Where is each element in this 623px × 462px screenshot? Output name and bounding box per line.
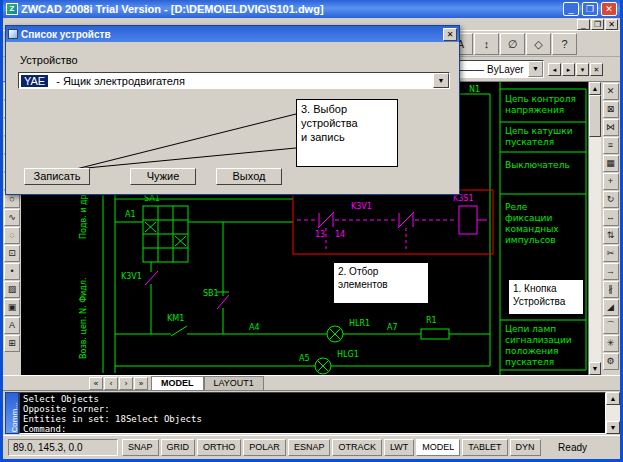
coordinates-readout: 89.0, 145.3, 0.0	[8, 439, 118, 456]
chevron-down-icon[interactable]: ▼	[433, 73, 449, 88]
layout-nav-icon[interactable]: «	[89, 377, 103, 390]
dyn-toggle[interactable]: DYN	[510, 439, 541, 456]
ortho-toggle[interactable]: ORTHO	[197, 439, 241, 456]
layout-nav-icon[interactable]: »	[134, 377, 148, 390]
others-button[interactable]: Чужие	[130, 168, 196, 185]
command-line: Entities in set: 18Select Objects	[23, 414, 602, 424]
extend-icon[interactable]: →	[603, 263, 619, 280]
polar-toggle[interactable]: POLAR	[243, 439, 286, 456]
maximize-button[interactable]: ❐	[582, 2, 598, 16]
chevron-right-icon[interactable]: ▸	[562, 63, 575, 76]
relay-symbols	[145, 206, 487, 309]
offset-icon[interactable]: ≡	[603, 137, 619, 154]
circuit-label-lamps: Цепи ламп сигнализации положения пускате…	[505, 324, 585, 368]
layout-nav-icon[interactable]: ‹	[104, 377, 118, 390]
point-icon[interactable]: •	[4, 263, 20, 280]
circuit-label-switch: Выключатель	[505, 160, 585, 171]
device-label: Устройство	[20, 54, 78, 66]
command-line: Command:	[23, 424, 602, 434]
chamfer-icon[interactable]: ◢	[603, 299, 619, 316]
layout-tabbar: «‹›» MODEL LAYOUT1	[3, 375, 620, 390]
wire-label-n1: N1	[469, 85, 480, 94]
command-input-area[interactable]: Select ObjectsOpposite corner:Entities i…	[19, 392, 606, 434]
linetype-combo-value: ByLayer	[487, 64, 525, 75]
command-line: Opposite corner:	[23, 404, 602, 414]
model-toggle[interactable]: MODEL	[416, 439, 460, 456]
doc-restore-button[interactable]: ❐	[591, 19, 604, 30]
esnap-toggle[interactable]: ESNAP	[288, 439, 331, 456]
window-title: ZWCAD 2008i Trial Version - [D:\DEMO\ELD…	[21, 3, 560, 15]
spline-icon[interactable]: ∿	[4, 209, 20, 226]
erase-icon[interactable]: ✕	[603, 83, 619, 100]
chevron-down-icon[interactable]: ▼	[528, 61, 543, 77]
hatch-icon[interactable]: ▨	[4, 281, 20, 298]
grid-toggle[interactable]: GRID	[161, 439, 196, 456]
app-icon: Z	[6, 3, 18, 15]
move-icon[interactable]: +	[603, 173, 619, 190]
tab-model[interactable]: MODEL	[151, 376, 204, 390]
component-label-hlg1: HLG1	[337, 350, 359, 359]
dialog-close-button[interactable]: ✕	[443, 28, 457, 41]
zwcad-window: Z ZWCAD 2008i Trial Version - [D:\DEMO\E…	[0, 0, 623, 462]
chevron-down-icon[interactable]: ▾	[576, 63, 589, 76]
otrack-toggle[interactable]: OTRACK	[332, 439, 382, 456]
scrollbar-track[interactable]	[589, 95, 601, 362]
scroll-up-icon[interactable]: ▲	[589, 82, 601, 95]
explode-icon[interactable]: ✳	[603, 335, 619, 352]
exit-button[interactable]: Выход	[216, 168, 282, 185]
coil-symbol-k3s1	[459, 206, 477, 234]
snap-toggle[interactable]: SNAP	[122, 439, 159, 456]
vertical-wire-group-label-bottom: Возв. цеп. N. Фидл.	[79, 278, 88, 359]
viewport-scrollbar[interactable]: ▲ ▼	[588, 82, 601, 375]
dialog-titlebar[interactable]: Список устройств ✕	[6, 26, 459, 42]
scrollbar-thumb[interactable]	[589, 95, 601, 137]
vertical-wire-group-label-top: Подв. и др	[79, 194, 88, 239]
command-panel-grip[interactable]: Comm...	[5, 392, 19, 434]
pin-label-13: 13	[315, 230, 325, 239]
stretch-icon[interactable]: ⇅	[603, 227, 619, 244]
layout-nav-icon[interactable]: ›	[119, 377, 133, 390]
device-combobox-selected: YAE	[21, 75, 48, 87]
point-style-icon[interactable]: ∅	[500, 33, 525, 55]
device-combobox-description: - Ящик электродвигателя	[56, 75, 185, 87]
region-icon[interactable]: ▣	[4, 299, 20, 316]
array-icon[interactable]: ▦	[603, 155, 619, 172]
doc-minimize-button[interactable]: _	[577, 19, 590, 30]
save-button[interactable]: Записать	[24, 168, 90, 185]
rotate-icon[interactable]: ↻	[603, 191, 619, 208]
tab-layout1[interactable]: LAYOUT1	[204, 376, 264, 390]
circuit-label-starter-coil: Цепь катушки пускателя	[505, 126, 585, 148]
command-scrollbar[interactable]: ▲ ▼	[606, 392, 620, 434]
component-label-km1: KM1	[167, 314, 184, 323]
wire-label-a1: A1	[125, 210, 136, 219]
text-icon[interactable]: A	[4, 317, 20, 334]
scale-icon[interactable]: ↔	[603, 209, 619, 226]
fillet-icon[interactable]: ⌒	[603, 317, 619, 334]
device-combobox[interactable]: YAE - Ящик электродвигателя ▼	[18, 72, 450, 89]
tablet-toggle[interactable]: TABLET	[462, 439, 507, 456]
component-label-k3s1: K3S1	[453, 194, 474, 203]
scroll-down-icon[interactable]: ▼	[589, 362, 601, 375]
resistor-symbol-r1	[421, 329, 449, 339]
ellipse-icon[interactable]: ◌	[4, 227, 20, 244]
lwt-toggle[interactable]: LWT	[384, 439, 414, 456]
titlebar: Z ZWCAD 2008i Trial Version - [D:\DEMO\E…	[3, 0, 620, 18]
dim-style-icon[interactable]: ↕	[474, 33, 499, 55]
help-icon[interactable]: ?	[552, 33, 577, 55]
table-icon[interactable]: ⊞	[4, 335, 20, 352]
minimize-button[interactable]: _	[563, 2, 579, 16]
doc-close-button[interactable]: ✕	[605, 19, 618, 30]
trim-icon[interactable]: ✂	[603, 245, 619, 262]
scroll-down-icon[interactable]: ▼	[606, 421, 620, 434]
scroll-up-icon[interactable]: ▲	[606, 392, 620, 405]
close-button[interactable]: ✕	[601, 2, 617, 16]
polygon-icon[interactable]: ◇	[526, 33, 551, 55]
break-icon[interactable]: ∦	[603, 281, 619, 298]
insert-block-icon[interactable]: ⊡	[4, 245, 20, 262]
chevron-left-icon[interactable]: ◂	[548, 63, 561, 76]
dialog-icon	[8, 29, 18, 39]
devices-icon[interactable]: ⚙	[603, 353, 619, 370]
mirror-icon[interactable]: ⋈	[603, 119, 619, 136]
close-icon[interactable]: ✕	[590, 63, 603, 76]
copy-icon[interactable]: ⊠	[603, 101, 619, 118]
